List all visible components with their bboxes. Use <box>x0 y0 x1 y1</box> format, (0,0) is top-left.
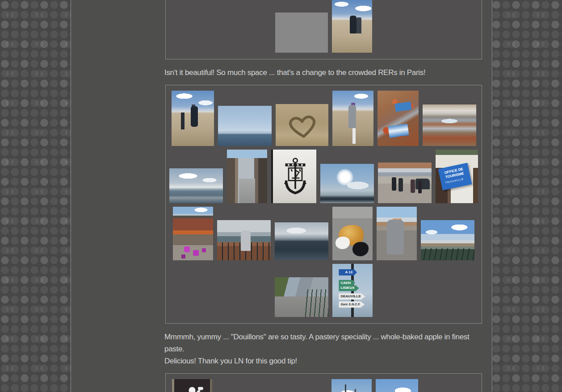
thumb-road-signs[interactable]: A 13CAENLISIEUXDEAUVILLEGare S.N.C.F. <box>332 264 373 317</box>
thumb-sea-horizon[interactable] <box>218 106 272 146</box>
road-signs-label-2: CAEN <box>339 280 355 286</box>
thumb-fish-market[interactable] <box>423 104 476 146</box>
thumb-bridge-street[interactable] <box>275 277 328 317</box>
post-column: Isn't it beautiful! So much space ... th… <box>164 0 482 392</box>
gallery-beach <box>165 0 482 59</box>
man-silhouette-icon <box>179 385 205 392</box>
blog-content-area: Isn't it beautiful! So much space ... th… <box>71 0 492 392</box>
thumb-masts-sky[interactable] <box>331 379 372 392</box>
thumb-river-quay[interactable] <box>275 222 328 260</box>
thumb-lobster-stall[interactable] <box>377 91 419 146</box>
heart-in-sand-icon <box>282 108 323 142</box>
thumb-beach-piggyback[interactable] <box>172 91 214 146</box>
thumb-heart-sand[interactable] <box>276 104 328 146</box>
thumb-pastry-hand[interactable] <box>332 207 373 260</box>
gallery-row <box>168 0 479 53</box>
thumb-silhouette-door[interactable] <box>172 379 212 392</box>
page-canvas: { "page": { "background_color": "#474747… <box>0 0 562 392</box>
road-signs-label-3: LISIEUX <box>339 285 359 291</box>
thumb-beach-couple[interactable] <box>332 0 372 53</box>
thumb-man-railing[interactable] <box>217 220 271 260</box>
thumb-timbered-building[interactable] <box>173 207 213 260</box>
thumb-church-sky[interactable] <box>376 379 418 392</box>
gallery-row: A 13CAENLISIEUXDEAUVILLEGare S.N.C.F. <box>168 264 479 317</box>
thumb-beach-carry[interactable] <box>332 91 373 146</box>
gallery-row <box>168 207 479 260</box>
thumb-sky-dramatic[interactable] <box>320 164 374 203</box>
thumb-anchor-emblem[interactable] <box>271 150 316 203</box>
gallery-town: OFFICE DE TOURISMETROUVILLEA 13CAENLISIE… <box>165 85 482 324</box>
road-signs-label-4: DEAUVILLE <box>339 293 365 300</box>
thumb-street-narrow[interactable] <box>227 150 267 203</box>
gallery-row <box>168 91 479 146</box>
thumb-panorama-cliffs[interactable] <box>169 168 223 203</box>
thumb-waterfront-rail[interactable] <box>421 220 474 260</box>
thumb-street-people[interactable] <box>378 163 432 203</box>
paragraph-douillons: Mmmmh, yummy ... "Douillons" are so tast… <box>164 331 482 367</box>
road-signs-label-1: A 13 <box>339 269 357 275</box>
road-signs-label-5: Gare S.N.C.F. <box>339 301 365 308</box>
thumb-tourism-sign[interactable]: OFFICE DE TOURISMETROUVILLE <box>436 150 478 203</box>
gallery-harbor <box>165 373 482 392</box>
paragraph-beach: Isn't it beautiful! So much space ... th… <box>164 67 482 79</box>
tourism-sign-label-1: OFFICE DE TOURISME <box>438 163 471 191</box>
gallery-row <box>168 379 479 392</box>
thumb-man-eating[interactable] <box>377 207 417 260</box>
anchor-emblem-icon <box>283 156 308 197</box>
gallery-row: OFFICE DE TOURISMETROUVILLE <box>168 150 479 203</box>
thumb-sea-calm[interactable] <box>275 13 328 53</box>
